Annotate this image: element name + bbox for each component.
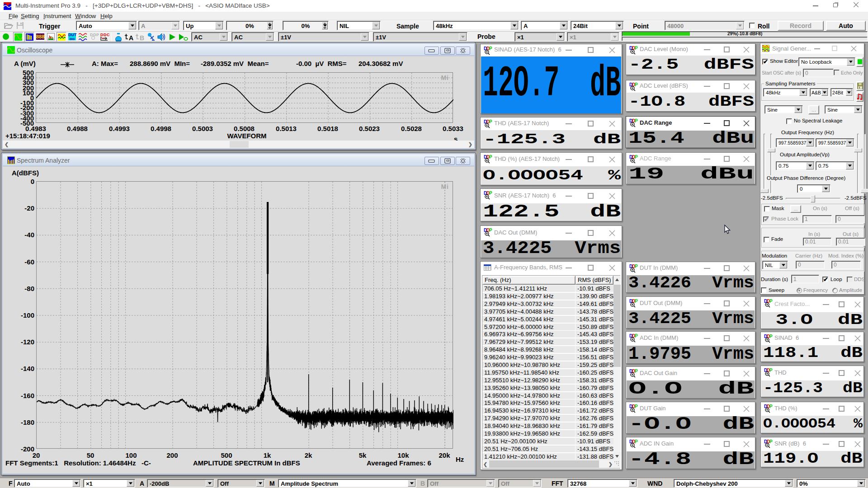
svg-text:A: A	[129, 34, 133, 41]
svg-text:B: B	[140, 34, 144, 41]
